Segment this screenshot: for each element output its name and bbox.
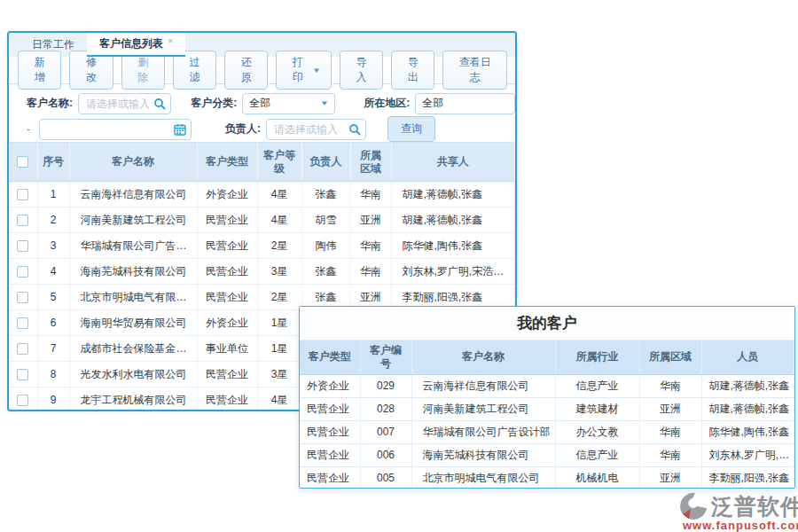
calendar-icon[interactable]: [174, 123, 186, 136]
print-button[interactable]: 打印▼: [276, 51, 332, 90]
manager-input[interactable]: [266, 119, 366, 140]
industry: 信息产业: [555, 443, 639, 466]
customer-level: 3星: [257, 362, 301, 387]
customer-category-value: 全部: [249, 96, 270, 111]
query-button[interactable]: 查询: [387, 116, 435, 142]
customer-name-link[interactable]: 北京市明城电气有限公司: [69, 285, 197, 310]
import-button[interactable]: 导入: [340, 51, 383, 90]
staff-people: 胡建,蒋德帧,张鑫: [701, 374, 794, 397]
restore-button[interactable]: 还原: [224, 51, 268, 90]
filter-bar: 客户名称: 客户分类: 全部 ▼ 所在地区: 全部: [9, 84, 515, 142]
customer-code-link[interactable]: 007: [360, 420, 411, 443]
header-row: 客户类型客户编号客户名称所属行业所属区域人员: [300, 340, 794, 374]
search-icon[interactable]: [348, 123, 361, 136]
customer-name-link[interactable]: 华瑞城有限公司广告设计部: [411, 420, 555, 443]
filter-button-label: 过滤: [184, 55, 205, 85]
customer-name-link[interactable]: 河南美新建筑工程公司: [411, 397, 555, 420]
my-customers-table: 客户类型客户编号客户名称所属行业所属区域人员 外资企业029云南海祥信息有限公司…: [300, 340, 794, 489]
customer-name-link[interactable]: 云南海祥信息有限公司: [411, 374, 555, 397]
row-checkbox[interactable]: [17, 369, 28, 380]
column-header-3: 所属行业: [555, 340, 639, 374]
export-button[interactable]: 导出: [391, 51, 434, 90]
customer-code-link[interactable]: 029: [360, 374, 411, 397]
shared-people: 胡建,蒋德帧,张鑫: [391, 207, 515, 233]
tab-label: 日常工作: [32, 37, 74, 52]
search-icon[interactable]: [153, 98, 166, 110]
row-checkbox[interactable]: [17, 266, 28, 278]
customer-name-link[interactable]: 光发水利水电有限公司: [69, 362, 197, 387]
shared-people: 陈华健,陶伟,张鑫: [391, 233, 515, 259]
customer-name-link[interactable]: 成都市社会保险基金管理...: [69, 336, 197, 362]
customer-name-link[interactable]: 海南芜城科技有限公司: [69, 259, 197, 285]
customer-type: 民营企业: [197, 259, 257, 285]
region: 亚洲: [350, 207, 391, 233]
row-select-cell: [9, 336, 37, 362]
column-header-6: 共享人: [391, 143, 515, 182]
table-row: 4海南芜城科技有限公司民营企业3星张鑫华南刘东林,罗广明,宋浩然,张鑫: [9, 259, 515, 285]
customer-category-select[interactable]: 全部 ▼: [242, 93, 335, 114]
region: 亚洲: [639, 397, 701, 420]
row-checkbox[interactable]: [17, 317, 28, 329]
column-header-0: 序号: [37, 143, 69, 182]
customer-code-link[interactable]: 006: [360, 443, 411, 466]
shared-people: 刘东林,罗广明,宋浩然,张鑫: [391, 259, 515, 285]
customer-type: 民营企业: [197, 233, 257, 259]
tab-daily-work[interactable]: 日常工作: [20, 33, 87, 57]
column-header-4: 所属区域: [639, 340, 701, 374]
column-header-4: 负责人: [301, 143, 350, 182]
tab-customer-info-list[interactable]: 客户信息列表×: [87, 33, 185, 57]
table-row: 外资企业029云南海祥信息有限公司信息产业华南胡建,蒋德帧,张鑫: [300, 374, 794, 397]
row-checkbox[interactable]: [17, 215, 28, 226]
row-select-cell: [9, 362, 37, 387]
delete-button-label: 删除: [133, 55, 153, 85]
row-checkbox[interactable]: [17, 189, 28, 200]
column-header-5: 所属区域: [350, 143, 391, 182]
customer-name-link[interactable]: 海南明华贸易有限公司: [69, 310, 197, 336]
customer-type: 事业单位: [197, 336, 257, 362]
customer-name-link[interactable]: 云南海祥信息有限公司: [69, 182, 197, 207]
customer-level: 1星: [257, 336, 301, 362]
row-checkbox[interactable]: [17, 240, 28, 252]
customer-name-link[interactable]: 北京市明城电气有限公司: [411, 466, 555, 489]
table-row: 民营企业005北京市明城电气有限公司机械机电亚洲李勤丽,阳强,张鑫: [300, 466, 794, 489]
view-log-button[interactable]: 查看日志: [442, 51, 507, 90]
customer-name-link[interactable]: 龙宇工程机械有限公司: [69, 387, 197, 412]
region: 华南: [639, 420, 701, 443]
staff-people: 胡建,蒋德帧,张鑫: [701, 397, 794, 420]
region-label: 所在地区:: [364, 96, 410, 111]
row-checkbox[interactable]: [17, 292, 28, 303]
customer-code-link[interactable]: 028: [360, 397, 411, 420]
column-header-3: 客户等级: [257, 143, 301, 182]
customer-name-input[interactable]: [78, 93, 171, 114]
row-checkbox[interactable]: [17, 395, 28, 406]
filter-row-1: 客户名称: 客户分类: 全部 ▼ 所在地区: 全部: [9, 90, 515, 116]
manager-link[interactable]: 陶伟: [301, 233, 350, 259]
manager-link[interactable]: 胡雪: [301, 207, 350, 233]
customer-table-header: 序号客户名称客户类型客户等级负责人所属区域共享人: [9, 143, 515, 182]
row-number: 8: [37, 362, 69, 387]
row-checkbox[interactable]: [17, 343, 28, 355]
import-button-label: 导入: [351, 55, 372, 85]
customer-type: 民营企业: [300, 466, 360, 489]
table-row: 民营企业028河南美新建筑工程公司建筑建材亚洲胡建,蒋德帧,张鑫: [300, 397, 794, 420]
row-number: 9: [37, 387, 69, 412]
table-row: 3华瑞城有限公司广告设计部民营企业2星陶伟华南陈华健,陶伟,张鑫: [9, 233, 515, 259]
region-select[interactable]: 全部: [415, 93, 515, 114]
manager-link[interactable]: 张鑫: [301, 182, 350, 207]
date-input-field[interactable]: [40, 120, 191, 139]
customer-name-link[interactable]: 海南芜城科技有限公司: [411, 443, 555, 466]
customer-code-link[interactable]: 005: [360, 466, 411, 489]
close-icon[interactable]: ×: [168, 35, 173, 46]
select-all-checkbox[interactable]: [17, 156, 28, 168]
fanpu-logo-icon: [677, 491, 709, 521]
date-input[interactable]: [39, 119, 192, 140]
date-range-dash: -: [27, 123, 34, 136]
row-select-cell: [9, 233, 37, 259]
manager-link[interactable]: 张鑫: [301, 259, 350, 285]
customer-name-link[interactable]: 华瑞城有限公司广告设计部: [69, 233, 197, 259]
customer-level: 4星: [257, 207, 301, 233]
customer-name-link[interactable]: 河南美新建筑工程公司: [69, 207, 197, 233]
industry: 办公文教: [555, 420, 639, 443]
customer-level: 4星: [257, 182, 301, 207]
table-row: 民营企业006海南芜城科技有限公司信息产业华南刘东林,罗广明,宋浩然,...: [300, 443, 794, 466]
